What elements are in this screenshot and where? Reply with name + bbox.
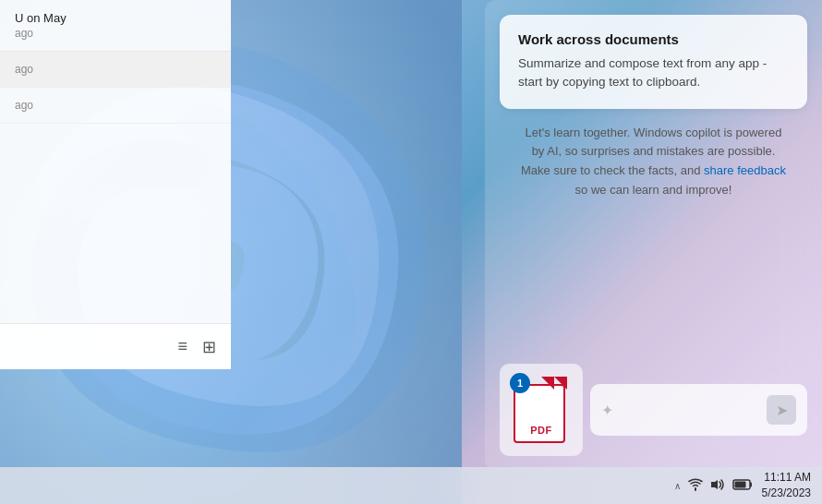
pdf-attachment[interactable]: 1 PDF (500, 364, 583, 456)
chat-item-1-time: ago (15, 27, 216, 40)
chat-item-1-title: U on May (15, 11, 216, 25)
left-panel: U on May ago ago ago ≡ ⊞ (0, 0, 231, 369)
list-icon[interactable]: ≡ (177, 337, 187, 356)
pdf-icon: 1 PDF (514, 377, 569, 443)
volume-icon[interactable] (710, 478, 725, 494)
pdf-fold-line (541, 377, 554, 390)
text-input-area[interactable]: ✦ ➤ (590, 384, 807, 436)
chat-item-2[interactable]: ago (0, 52, 231, 88)
info-text: Let's learn together. Windows copilot is… (500, 124, 807, 200)
taskbar-time-display: 11:11 AM (762, 470, 811, 486)
chat-item-3-time: ago (15, 99, 216, 112)
grid-icon[interactable]: ⊞ (202, 337, 216, 357)
left-panel-footer: ≡ ⊞ (0, 323, 231, 369)
copilot-panel: Work across documents Summarize and comp… (485, 0, 822, 471)
chevron-icon[interactable]: ∧ (674, 481, 681, 491)
chat-item-2-time: ago (15, 63, 216, 76)
sparkle-icon: ✦ (601, 402, 613, 419)
feature-card-description: Summarize and compose text from any app … (518, 54, 789, 92)
taskbar-datetime: 11:11 AM 5/23/2023 (762, 470, 811, 501)
taskbar: ∧ 11:11 AM (0, 467, 822, 504)
svg-rect-5 (734, 482, 745, 488)
chat-item-1[interactable]: U on May ago (0, 0, 231, 52)
wifi-icon[interactable] (688, 478, 703, 494)
svg-rect-4 (750, 483, 752, 487)
pdf-label: PDF (530, 425, 552, 436)
taskbar-system-icons: ∧ (674, 478, 753, 494)
send-button[interactable]: ➤ (767, 395, 796, 425)
copilot-content: Work across documents Summarize and comp… (485, 0, 822, 356)
pdf-badge: 1 (510, 373, 530, 393)
input-area: 1 PDF ✦ ➤ (485, 356, 822, 471)
pdf-fold-red (554, 377, 567, 390)
chat-item-3[interactable]: ago (0, 88, 231, 124)
battery-icon[interactable] (732, 478, 753, 493)
info-text-after: so we can learn and improve! (575, 183, 732, 197)
svg-marker-2 (711, 480, 718, 489)
feature-card-title: Work across documents (518, 31, 789, 47)
feature-card: Work across documents Summarize and comp… (500, 15, 807, 109)
taskbar-date-display: 5/23/2023 (762, 486, 811, 501)
share-feedback-link[interactable]: share feedback (704, 163, 786, 177)
